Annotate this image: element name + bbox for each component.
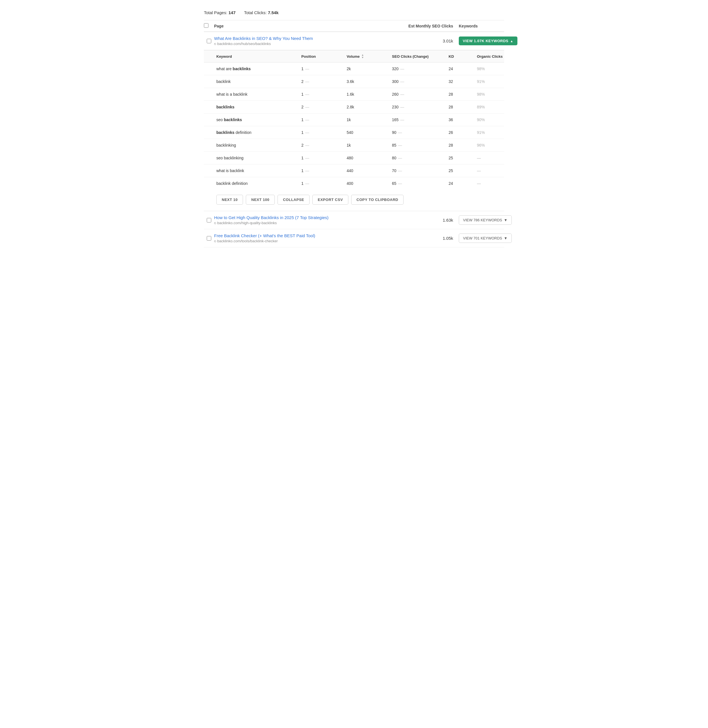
krow-organic: 96% bbox=[474, 143, 514, 148]
page-row: How to Get High Quality Backlinks in 202… bbox=[204, 211, 504, 229]
dash-icon: — bbox=[305, 117, 309, 122]
krow-seo-clicks: 320 — bbox=[390, 67, 446, 71]
krow-kd: 32 bbox=[446, 79, 474, 84]
page-checkbox[interactable] bbox=[207, 218, 211, 223]
dash-icon: — bbox=[305, 143, 309, 148]
krow-position: 2 — bbox=[299, 79, 344, 84]
krow-position: 1 — bbox=[299, 156, 344, 160]
view-keywords-button[interactable]: VIEW 1.07K KEYWORDS ▲ bbox=[459, 36, 517, 45]
dash-icon: — bbox=[400, 92, 404, 97]
dash-icon: — bbox=[400, 67, 404, 71]
krow-seo-clicks: 230 — bbox=[390, 105, 446, 109]
krow-keyword: seo backlinks bbox=[214, 117, 299, 122]
krow-organic: 98% bbox=[474, 67, 514, 71]
krow-volume: 480 bbox=[344, 156, 390, 160]
krow-volume: 1.6k bbox=[344, 92, 390, 97]
krow-keyword: backlinks bbox=[214, 105, 299, 109]
dash-icon: — bbox=[305, 168, 309, 173]
select-all-checkbox[interactable] bbox=[204, 23, 209, 28]
krow-keyword: what are backlinks bbox=[214, 67, 299, 71]
page-title-link[interactable]: What Are Backlinks in SEO? & Why You Nee… bbox=[214, 36, 396, 41]
sort-icon[interactable]: ▲▼ bbox=[361, 54, 364, 59]
collapse-button[interactable]: COLLAPSE bbox=[277, 195, 309, 205]
keywords-cell: VIEW 1.07K KEYWORDS ▲ bbox=[459, 36, 504, 45]
krow-organic: 98% bbox=[474, 92, 514, 97]
next-10-button[interactable]: NEXT 10 bbox=[216, 195, 243, 205]
page-checkbox[interactable] bbox=[207, 236, 211, 240]
dash-icon: — bbox=[400, 117, 404, 122]
chevron-down-icon: ▼ bbox=[504, 236, 508, 240]
keyword-row: backlinks definition 1 — 540 90 — 26 91% bbox=[204, 126, 504, 139]
dash-icon: — bbox=[305, 105, 309, 109]
col-keywords-header: Keywords bbox=[459, 24, 504, 28]
kth-seo-clicks: SEO Clicks (Change) bbox=[390, 54, 446, 59]
dash-icon: — bbox=[305, 92, 309, 97]
page-title-link[interactable]: How to Get High Quality Backlinks in 202… bbox=[214, 215, 396, 220]
keywords-cell: VIEW 786 KEYWORDS ▼ bbox=[459, 216, 504, 225]
keyword-row: seo backlinks 1 — 1k 165 — 36 90% bbox=[204, 113, 504, 126]
view-keywords-button[interactable]: VIEW 786 KEYWORDS ▼ bbox=[459, 216, 512, 225]
kth-volume: Volume ▲▼ bbox=[344, 54, 390, 59]
page-clicks: 3.01k bbox=[396, 39, 459, 43]
table-header: Page Est Monthly SEO Clicks Keywords bbox=[204, 20, 504, 32]
krow-volume: 2.8k bbox=[344, 105, 390, 109]
keyword-row: seo backlinking 1 — 480 80 — 25 — bbox=[204, 152, 504, 165]
dash-icon: — bbox=[305, 130, 309, 135]
keyword-rows: what are backlinks 1 — 2k 320 — 24 98% b… bbox=[204, 62, 504, 190]
keyword-row: backlink definition 1 — 400 65 — 24 — bbox=[204, 177, 504, 190]
dash-icon: — bbox=[398, 130, 402, 135]
krow-volume: 440 bbox=[344, 168, 390, 173]
dash-icon: — bbox=[398, 181, 402, 186]
dash-icon: — bbox=[305, 181, 309, 186]
krow-position: 1 — bbox=[299, 181, 344, 186]
next-100-button[interactable]: NEXT 100 bbox=[246, 195, 275, 205]
keyword-row: what is backlink 1 — 440 70 — 25 — bbox=[204, 165, 504, 177]
keyword-row: what are backlinks 1 — 2k 320 — 24 98% bbox=[204, 62, 504, 75]
export-csv-button[interactable]: EXPORT CSV bbox=[312, 195, 348, 205]
krow-position: 1 — bbox=[299, 168, 344, 173]
view-keywords-button[interactable]: VIEW 701 KEYWORDS ▼ bbox=[459, 233, 512, 243]
krow-position: 1 — bbox=[299, 130, 344, 135]
krow-organic: 89% bbox=[474, 105, 514, 109]
page-info: Free Backlink Checker (+ What's the BEST… bbox=[214, 233, 396, 243]
krow-organic: — bbox=[474, 168, 514, 173]
kth-organic: Organic Clicks bbox=[474, 54, 514, 59]
krow-seo-clicks: 90 — bbox=[390, 130, 446, 135]
page-checkbox[interactable] bbox=[207, 39, 211, 43]
page-info: How to Get High Quality Backlinks in 202… bbox=[214, 215, 396, 225]
page-title-link[interactable]: Free Backlink Checker (+ What's the BEST… bbox=[214, 233, 396, 238]
krow-kd: 24 bbox=[446, 181, 474, 186]
kth-kd: KD bbox=[446, 54, 474, 59]
page-clicks: 1.63k bbox=[396, 218, 459, 223]
krow-organic: 91% bbox=[474, 79, 514, 84]
krow-kd: 25 bbox=[446, 168, 474, 173]
krow-keyword: backlink bbox=[214, 79, 299, 84]
keyword-section: Keyword Position Volume ▲▼ SEO Clicks (C… bbox=[204, 50, 504, 211]
total-pages: Total Pages: 147 bbox=[204, 10, 236, 15]
dash-icon: — bbox=[400, 105, 404, 109]
krow-seo-clicks: 65 — bbox=[390, 181, 446, 186]
krow-kd: 26 bbox=[446, 130, 474, 135]
dash-icon: — bbox=[305, 67, 309, 71]
page-url: ⎋ backlinko.com/high-quality-backlinks bbox=[214, 221, 396, 225]
keyword-row: what is a backlink 1 — 1.6k 260 — 28 98% bbox=[204, 88, 504, 101]
krow-organic: — bbox=[474, 181, 514, 186]
keywords-cell: VIEW 701 KEYWORDS ▼ bbox=[459, 233, 504, 243]
keyword-table-header: Keyword Position Volume ▲▼ SEO Clicks (C… bbox=[204, 50, 504, 62]
copy-clipboard-button[interactable]: COPY TO CLIPBOARD bbox=[351, 195, 403, 205]
krow-volume: 1k bbox=[344, 117, 390, 122]
krow-seo-clicks: 260 — bbox=[390, 92, 446, 97]
dash-icon: — bbox=[398, 168, 402, 173]
action-buttons: NEXT 10 NEXT 100 COLLAPSE EXPORT CSV COP… bbox=[204, 190, 504, 211]
krow-keyword: backlink definition bbox=[214, 181, 299, 186]
krow-volume: 2k bbox=[344, 67, 390, 71]
link-icon: ⎋ bbox=[214, 221, 216, 225]
krow-organic: 91% bbox=[474, 130, 514, 135]
krow-keyword: what is a backlink bbox=[214, 92, 299, 97]
page-url: ⎋ backlinko.com/hub/seo/backlinks bbox=[214, 42, 396, 46]
krow-organic: 90% bbox=[474, 117, 514, 122]
krow-kd: 28 bbox=[446, 105, 474, 109]
krow-volume: 400 bbox=[344, 181, 390, 186]
kth-position: Position bbox=[299, 54, 344, 59]
krow-volume: 1k bbox=[344, 143, 390, 148]
